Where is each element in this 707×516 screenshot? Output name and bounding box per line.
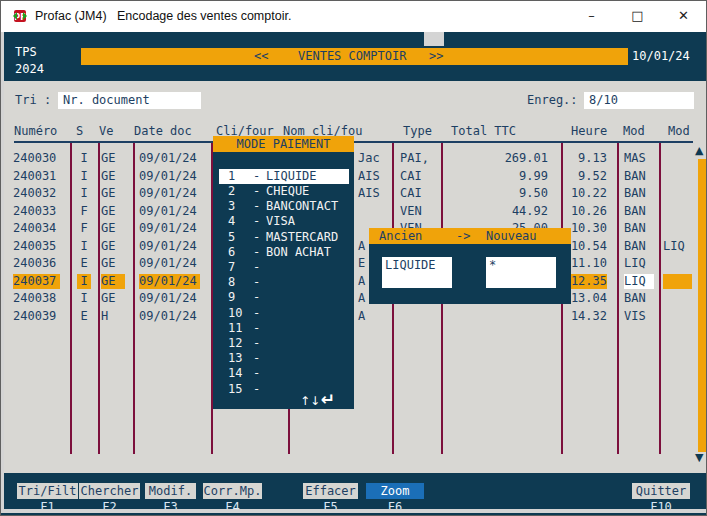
item-number: 5	[228, 230, 250, 245]
screen-title: VENTES COMPTOIR	[298, 48, 406, 65]
cell-s: I	[77, 186, 91, 201]
quitter-button[interactable]: Quitter	[632, 483, 690, 499]
cell-mod: LIQ	[624, 256, 654, 271]
table-row[interactable]: 240033 F GE 09/01/24 VEN 44.92 10.26 BAN	[4, 203, 706, 220]
table-row[interactable]: 240030 I GE 09/01/24 Jac PAI, 269.01 9.1…	[4, 150, 706, 167]
payment-mode-item[interactable]: 1 - LIQUIDE	[219, 169, 349, 184]
cell-ve: GE	[101, 186, 125, 201]
payment-mode-item[interactable]: 10 -	[219, 306, 349, 321]
cell-type: CAI	[400, 186, 440, 201]
cell-numero: 240030	[13, 151, 60, 166]
item-dash: -	[253, 184, 260, 199]
app-window: PF Profac (JM4) Encodage des ventes comp…	[0, 0, 707, 516]
cell-mod2	[663, 151, 693, 166]
sort-input[interactable]: Nr. document	[58, 92, 201, 109]
scrollbar-down-icon[interactable]: ▼	[695, 452, 703, 463]
cell-name-partial	[358, 204, 385, 219]
table-row[interactable]: 240035 I GE 09/01/24 A 10.54 BAN LIQ	[4, 238, 706, 255]
item-dash: -	[253, 245, 260, 260]
table-row[interactable]: 240039 E H 09/01/24 A 14.32 VIS	[4, 308, 706, 325]
table-row[interactable]: 240034 F GE 09/01/24 VEN 25.00 10.30 BAN	[4, 220, 706, 237]
cell-name-partial: AIS	[358, 186, 385, 201]
cell-s: I	[77, 291, 91, 306]
item-dash: -	[253, 230, 260, 245]
payment-mode-item[interactable]: 4 - VISA	[219, 214, 349, 229]
payment-mode-item[interactable]: 6 - BON ACHAT	[219, 245, 349, 260]
cell-heure: 14.32	[567, 309, 607, 324]
cell-total: 9.99	[456, 169, 548, 184]
cell-date: 09/01/24	[139, 169, 200, 184]
table-row[interactable]: 240031 I GE 09/01/24 AIS CAI 9.99 9.52 B…	[4, 168, 706, 185]
payment-mode-item[interactable]: 5 - MASTERCARD	[219, 230, 349, 245]
cell-numero: 240033	[13, 204, 60, 219]
cell-ve: GE	[101, 274, 125, 289]
payment-mode-item[interactable]: 2 - CHEQUE	[219, 184, 349, 199]
modif-button[interactable]: Modif.	[145, 483, 196, 499]
company-code: TPS	[15, 45, 37, 59]
effacer-button[interactable]: Effacer	[303, 483, 358, 499]
table-row[interactable]: 240032 I GE 09/01/24 AIS CAI 9.50 10.22 …	[4, 185, 706, 202]
cell-name-partial: A	[358, 309, 385, 324]
cell-numero: 240036	[13, 256, 60, 271]
zoom-button[interactable]: Zoom	[366, 483, 424, 499]
chercher-button[interactable]: Chercher	[79, 483, 140, 499]
payment-mode-item[interactable]: 14 -	[219, 366, 349, 381]
cell-mod2	[663, 186, 693, 201]
payment-mode-item[interactable]: 12 -	[219, 336, 349, 351]
cell-total: 44.92	[456, 204, 548, 219]
current-date: 10/01/24	[632, 49, 690, 63]
payment-mode-item[interactable]: 9 -	[219, 290, 349, 305]
cell-mod: BAN	[624, 291, 654, 306]
item-number: 11	[228, 321, 250, 336]
top-notch	[424, 32, 444, 46]
cell-mod: BAN	[624, 204, 654, 219]
cell-s: I	[77, 151, 91, 166]
payment-mode-item[interactable]: 3 - BANCONTACT	[219, 199, 349, 214]
cell-mod2	[663, 221, 693, 236]
cell-name-partial: AIS	[358, 169, 385, 184]
cell-numero: 240038	[13, 291, 60, 306]
cell-heure: 10.26	[567, 204, 607, 219]
dialog-new-label: Nouveau	[486, 228, 537, 244]
cell-heure: 9.13	[567, 151, 607, 166]
cell-date: 09/01/24	[139, 204, 200, 219]
new-value-input[interactable]: *	[486, 257, 556, 288]
cell-mod: MAS	[624, 151, 654, 166]
item-dash: -	[253, 199, 260, 214]
scrollbar-track[interactable]	[698, 159, 706, 452]
cell-ve: GE	[101, 256, 125, 271]
item-number: 12	[228, 336, 250, 351]
table-row[interactable]: 240037 I GE 09/01/24 A 12.35 LIQ	[4, 273, 706, 290]
payment-mode-popup: MODE PAIEMENT 1 - LIQUIDE 2 - CHEQUE 3 -…	[213, 136, 354, 409]
scrollbar-up-icon[interactable]: ▲	[695, 145, 703, 156]
item-number: 2	[228, 184, 250, 199]
item-dash: -	[253, 336, 260, 351]
payment-mode-item[interactable]: 8 -	[219, 275, 349, 290]
cell-ve: GE	[101, 221, 125, 236]
window-title: Profac (JM4) Encodage des ventes comptoi…	[35, 9, 291, 23]
function-key-bar: Tri/Filt F1 Chercher F2 Modif. F3 Corr.M…	[4, 473, 706, 509]
cell-ve: GE	[101, 169, 125, 184]
item-number: 13	[228, 351, 250, 366]
payment-mode-item[interactable]: 7 -	[219, 260, 349, 275]
payment-mode-item[interactable]: 11 -	[219, 321, 349, 336]
item-label: CHEQUE	[266, 184, 309, 199]
table-row[interactable]: 240038 I GE 09/01/24 A 13.04 BAN	[4, 290, 706, 307]
close-icon[interactable]: ✕	[661, 1, 706, 31]
corr-mp-button[interactable]: Corr.Mp.	[203, 483, 262, 499]
cell-total: 269.01	[456, 151, 548, 166]
cell-mod2	[663, 169, 693, 184]
payment-mode-item[interactable]: 13 -	[219, 351, 349, 366]
cell-numero: 240037	[13, 274, 60, 289]
cell-date: 09/01/24	[139, 221, 200, 236]
table-row[interactable]: 240036 E GE 09/01/24 E 11.10 LIQ	[4, 255, 706, 272]
minimize-icon[interactable]: –	[569, 1, 614, 31]
record-count-input[interactable]: 8/10	[584, 92, 694, 109]
tri-filt-button[interactable]: Tri/Filt	[17, 483, 78, 499]
item-number: 4	[228, 214, 250, 229]
cell-type: PAI,	[400, 151, 440, 166]
cell-type	[400, 309, 440, 324]
dialog-old-label: Ancien	[379, 228, 422, 244]
cell-total	[456, 309, 548, 324]
maximize-icon[interactable]: □	[615, 1, 660, 31]
